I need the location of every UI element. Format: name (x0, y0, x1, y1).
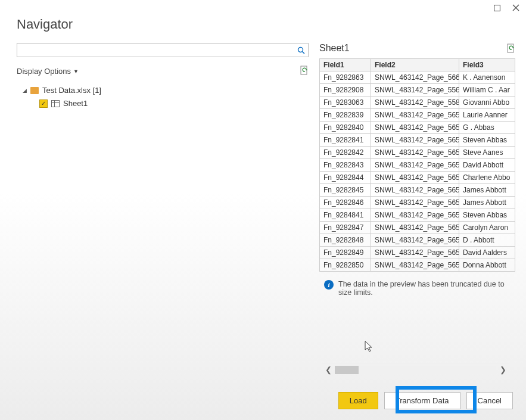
table-cell: SNWL_483142_Page_5567 (371, 84, 459, 97)
search-icon[interactable] (294, 43, 308, 57)
svg-rect-7 (508, 44, 513, 52)
column-header[interactable]: Field3 (459, 59, 515, 71)
search-input[interactable] (17, 43, 294, 57)
refresh-tree-icon[interactable] (300, 66, 309, 77)
table-row[interactable]: Fn_9282848SNWL_483142_Page_5659D . Abbot… (320, 234, 515, 247)
table-cell: David Aalders (459, 247, 515, 259)
refresh-preview-icon[interactable] (507, 43, 515, 53)
table-cell: SNWL_483142_Page_5658 (371, 172, 459, 184)
svg-rect-5 (301, 66, 307, 74)
table-cell: SNWL_483142_Page_5588 (371, 97, 459, 109)
truncation-warning: i The data in the preview has been trunc… (319, 280, 515, 297)
table-row[interactable]: Fn_9282845SNWL_483142_Page_5658James Abb… (320, 184, 515, 197)
svg-point-3 (298, 47, 303, 52)
transform-data-button[interactable]: Transform Data (384, 392, 460, 409)
table-row[interactable]: Fn_9282850SNWL_483142_Page_5659Donna Abb… (320, 259, 515, 272)
preview-table: Field1Field2Field3 Fn_9282863SNWL_463142… (319, 58, 515, 272)
table-cell: Steven Abbas (459, 134, 515, 147)
table-cell: Fn_9282848 (320, 234, 371, 247)
preview-pane: Sheet1 Field1Field2Field3 Fn_9282863SNWL… (319, 43, 515, 297)
table-cell: K . Aanenson (459, 71, 515, 84)
sheet-label: Sheet1 (63, 99, 88, 108)
column-header[interactable]: Field1 (320, 59, 371, 71)
load-button[interactable]: Load (338, 392, 378, 409)
table-row[interactable]: Fn_9282839SNWL_483142_Page_5658Laurie Aa… (320, 109, 515, 122)
table-cell: D . Abbott (459, 234, 515, 247)
folder-icon (30, 87, 39, 94)
scroll-left-icon[interactable]: ❮ (322, 365, 335, 374)
tree-file-node[interactable]: ◢ Test Data.xlsx [1] (17, 84, 309, 97)
column-header[interactable]: Field2 (371, 59, 459, 71)
table-cell: Fn_9282842 (320, 147, 371, 159)
maximize-button[interactable] (490, 2, 503, 13)
table-cell: Fn_9284841 (320, 209, 371, 222)
cancel-button[interactable]: Cancel (466, 392, 513, 409)
table-cell: SNWL_483142_Page_5658 (371, 122, 459, 134)
table-cell: Laurie Aanner (459, 109, 515, 122)
table-row[interactable]: Fn_9283063SNWL_483142_Page_5588Giovanni … (320, 97, 515, 109)
table-cell: Steve Aanes (459, 147, 515, 159)
table-cell: G . Abbas (459, 122, 515, 134)
table-row[interactable]: Fn_9282908SNWL_483142_Page_5567William C… (320, 84, 515, 97)
table-cell: Fn_9282839 (320, 109, 371, 122)
table-cell: SNWL_463142_Page_5661 (371, 71, 459, 84)
table-cell: Charlene Abbo (459, 172, 515, 184)
info-message: The data in the preview has been truncat… (338, 280, 515, 297)
table-cell: SNWL_483142_Page_5658 (371, 197, 459, 209)
table-cell: Fn_9282840 (320, 122, 371, 134)
table-icon (51, 100, 60, 107)
table-cell: SNWL_483142_Page_5658 (371, 184, 459, 197)
table-cell: SNWL_483142_Page_5658 (371, 147, 459, 159)
table-cell: Giovanni Abbo (459, 97, 515, 109)
display-options-label: Display Options (17, 67, 71, 76)
table-row[interactable]: Fn_9282863SNWL_463142_Page_5661K . Aanen… (320, 71, 515, 84)
file-label: Test Data.xlsx [1] (42, 86, 101, 95)
info-icon: i (324, 280, 334, 290)
table-cell: Fn_9282844 (320, 172, 371, 184)
collapse-icon[interactable]: ◢ (23, 88, 27, 94)
svg-rect-0 (494, 5, 500, 11)
navigator-tree-pane: Display Options ▼ ◢ Test Data.xlsx [1] ✓… (17, 43, 309, 297)
table-cell: Fn_9282841 (320, 134, 371, 147)
table-cell: Fn_9283063 (320, 97, 371, 109)
table-cell: Fn_9282847 (320, 222, 371, 234)
table-cell: Steven Abbas (459, 209, 515, 222)
table-row[interactable]: Fn_9282846SNWL_483142_Page_5658James Abb… (320, 197, 515, 209)
table-cell: Donna Abbott (459, 259, 515, 272)
table-row[interactable]: Fn_9282844SNWL_483142_Page_5658Charlene … (320, 172, 515, 184)
scroll-thumb[interactable] (335, 366, 359, 374)
table-row[interactable]: Fn_9282847SNWL_483142_Page_5659Carolyn A… (320, 222, 515, 234)
table-cell: William C . Aar (459, 84, 515, 97)
table-cell: SNWL_483142_Page_5658 (371, 209, 459, 222)
sheet-checkbox[interactable]: ✓ (39, 99, 48, 108)
table-cell: SNWL_483142_Page_5659 (371, 247, 459, 259)
table-row[interactable]: Fn_9282841SNWL_483142_Page_5658Steven Ab… (320, 134, 515, 147)
horizontal-scrollbar[interactable]: ❮ ❯ (322, 363, 509, 376)
table-cell: SNWL_483142_Page_5659 (371, 259, 459, 272)
table-cell: David Abbott (459, 159, 515, 172)
tree-sheet-node[interactable]: ✓ Sheet1 (17, 97, 309, 110)
table-cell: James Abbott (459, 184, 515, 197)
chevron-down-icon: ▼ (73, 69, 79, 74)
preview-sheet-name: Sheet1 (319, 43, 350, 54)
table-row[interactable]: Fn_9282843SNWL_483142_Page_5658David Abb… (320, 159, 515, 172)
search-box (17, 43, 309, 57)
table-cell: Fn_9282843 (320, 159, 371, 172)
svg-line-4 (302, 51, 304, 54)
table-row[interactable]: Fn_9282842SNWL_483142_Page_5658Steve Aan… (320, 147, 515, 159)
table-cell: Fn_9282845 (320, 184, 371, 197)
display-options-dropdown[interactable]: Display Options ▼ (17, 67, 79, 76)
table-row[interactable]: Fn_9282849SNWL_483142_Page_5659David Aal… (320, 247, 515, 259)
scroll-track[interactable] (335, 366, 496, 374)
close-button[interactable] (509, 2, 522, 13)
cursor-icon (365, 341, 374, 353)
table-cell: SNWL_483142_Page_5659 (371, 234, 459, 247)
dialog-title: Navigator (0, 0, 526, 32)
table-cell: SNWL_483142_Page_5658 (371, 159, 459, 172)
table-cell: SNWL_483142_Page_5659 (371, 222, 459, 234)
table-row[interactable]: Fn_9282840SNWL_483142_Page_5658G . Abbas (320, 122, 515, 134)
scroll-right-icon[interactable]: ❯ (496, 365, 509, 374)
table-row[interactable]: Fn_9284841SNWL_483142_Page_5658Steven Ab… (320, 209, 515, 222)
table-cell: Fn_9282850 (320, 259, 371, 272)
table-cell: Fn_9282908 (320, 84, 371, 97)
